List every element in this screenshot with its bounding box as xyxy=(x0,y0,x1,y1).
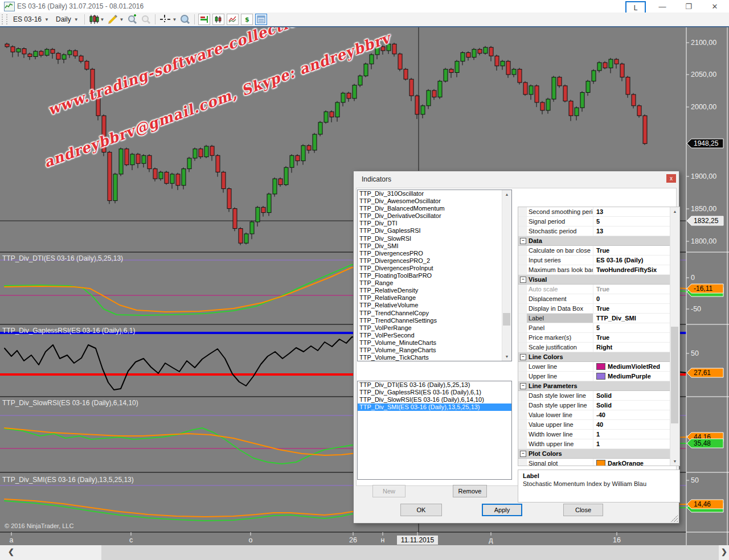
property-row[interactable]: Lower lineMediumVioletRed xyxy=(518,362,671,372)
indicator-list-item[interactable]: TTP_FloatingToolBarPRO xyxy=(358,272,511,279)
property-row[interactable]: Maximum bars look backTwoHundredFiftySix xyxy=(518,265,671,275)
data-box-button[interactable] xyxy=(178,14,192,25)
remove-button[interactable]: Remove xyxy=(453,485,487,497)
indicator-list-item[interactable]: TTP_Div_AwesomeOscillator xyxy=(358,197,511,205)
chart-trader-button[interactable] xyxy=(198,14,210,25)
collapse-icon[interactable]: − xyxy=(520,238,526,244)
scroll-down-icon[interactable]: ▼ xyxy=(502,352,511,361)
property-value[interactable]: Solid xyxy=(593,401,671,410)
property-value[interactable]: 5 xyxy=(593,217,671,226)
property-value[interactable]: 5 xyxy=(593,323,671,332)
indicator-list-item[interactable]: TTP_RelativeDensity xyxy=(358,287,511,294)
indicator-list-item[interactable]: TTP_DivergencesProInput xyxy=(358,265,511,272)
chart-style-button[interactable]: ▼ xyxy=(87,14,107,25)
scroll-up-icon[interactable]: ▲ xyxy=(670,207,679,216)
property-category-row[interactable]: −Line Parameters xyxy=(518,381,671,391)
indicator-list-item[interactable]: TTP_Volume_MinuteCharts xyxy=(358,339,511,347)
minimize-button[interactable]: — xyxy=(649,0,675,14)
property-value[interactable]: MediumPurple xyxy=(593,372,671,381)
restore-button[interactable]: ❐ xyxy=(675,0,702,14)
property-row[interactable]: Stochastic period13 xyxy=(518,227,671,236)
indicator-list-item[interactable]: TTP_Range xyxy=(358,279,511,287)
toolbar-grip[interactable] xyxy=(2,14,7,24)
indicator-list-item[interactable]: TTP_Div_GaplessRSI xyxy=(358,227,511,234)
indicator-list-item[interactable]: TTP_DivergencesPRO_2 xyxy=(358,257,511,265)
property-row[interactable]: Input seriesES 03-16 (Daily) xyxy=(518,256,671,265)
scroll-right-icon[interactable]: ❯ xyxy=(721,547,727,556)
zoom-in-button[interactable] xyxy=(125,14,139,25)
property-row[interactable]: Width upper line1 xyxy=(518,439,671,449)
property-row[interactable]: Displacement0 xyxy=(518,294,671,304)
configured-indicator-item[interactable]: TTP_Div_GaplessRSI(ES 03-16 (Daily),6,1) xyxy=(358,389,511,396)
indicator-list-item[interactable]: TTP_RelativeRange xyxy=(358,294,511,302)
property-category-row[interactable]: −Line Colors xyxy=(518,352,671,362)
property-value[interactable]: 0 xyxy=(593,294,671,303)
account-button[interactable]: $ xyxy=(241,14,253,25)
property-value[interactable]: True xyxy=(593,285,671,294)
property-row[interactable]: Panel5 xyxy=(518,323,671,333)
property-row[interactable]: Display in Data BoxTrue xyxy=(518,304,671,314)
configured-indicator-item[interactable]: TTP_Div_SMI(ES 03-16 (Daily),13,5,25,13) xyxy=(358,403,511,411)
scrollbar-thumb[interactable] xyxy=(101,545,719,560)
configured-indicator-item[interactable]: TTP_Div_SlowRSI(ES 03-16 (Daily),6,14,10… xyxy=(358,396,511,403)
collapse-icon[interactable]: − xyxy=(520,383,526,389)
indicator-list-item[interactable]: TTP_Div_DerivativeOscillator xyxy=(358,212,511,220)
indicator-list-item[interactable]: TTP_VolPerSecond xyxy=(358,332,511,339)
property-row[interactable]: Scale justificationRight xyxy=(518,343,671,352)
property-row[interactable]: LabelTTP_Div_SMI xyxy=(518,314,671,323)
property-value[interactable]: True xyxy=(593,333,671,342)
indicator-list-item[interactable]: TTP_Div_SlowRSI xyxy=(358,235,511,242)
indicator-list-item[interactable]: TTP_VolPerRange xyxy=(358,324,511,332)
property-row[interactable]: Second smoothing period13 xyxy=(518,207,671,217)
new-button[interactable]: New xyxy=(372,485,406,497)
property-value[interactable]: TTP_Div_SMI xyxy=(593,314,671,323)
scroll-left-icon[interactable]: ❮ xyxy=(8,547,14,556)
resize-grip[interactable] xyxy=(671,515,678,522)
property-value[interactable]: MediumVioletRed xyxy=(593,362,671,371)
property-row[interactable]: Dash style lower lineSolid xyxy=(518,391,671,401)
property-row[interactable]: Signal plotDarkOrange xyxy=(518,459,671,466)
property-row[interactable]: Auto scaleTrue xyxy=(518,285,671,294)
instrument-selector[interactable]: ES 03-16 ▼ xyxy=(10,14,52,24)
bars-style-button[interactable] xyxy=(212,14,224,25)
dialog-close-action-button[interactable]: Close xyxy=(563,504,603,516)
configured-indicator-item[interactable]: TTP_Div_DTI(ES 03-16 (Daily),5,25,13) xyxy=(358,381,511,389)
property-grid[interactable]: Second smoothing period13Signal period5S… xyxy=(518,207,680,466)
dialog-close-button[interactable]: x xyxy=(666,174,676,183)
indicator-list-item[interactable]: TTP_Volume_TickCharts xyxy=(358,354,511,361)
property-row[interactable]: Upper lineMediumPurple xyxy=(518,372,671,381)
property-row[interactable]: Dash style upper lineSolid xyxy=(518,401,671,410)
property-row[interactable]: Signal period5 xyxy=(518,217,671,227)
property-value[interactable]: 1 xyxy=(593,439,671,448)
indicators-button[interactable] xyxy=(255,14,267,25)
property-row[interactable]: Value lower line-40 xyxy=(518,410,671,420)
list-vertical-scrollbar[interactable]: ▲ ▼ xyxy=(502,190,511,361)
scrollbar-thumb[interactable] xyxy=(503,313,510,326)
indicator-list-item[interactable]: TTP_Div_BalancedMomentum xyxy=(358,205,511,212)
collapse-icon[interactable]: − xyxy=(520,277,526,283)
available-indicators-list[interactable]: TTP_Div_310OscillatorTTP_Div_AwesomeOsci… xyxy=(357,190,512,361)
property-row[interactable]: Calculate on bar closeTrue xyxy=(518,246,671,256)
property-value[interactable]: Solid xyxy=(593,391,671,400)
close-window-button[interactable]: ✕ xyxy=(702,0,728,14)
property-value[interactable]: True xyxy=(593,246,671,255)
indicator-list-item[interactable]: TTP_Volume_RangeCharts xyxy=(358,347,511,354)
property-row[interactable]: Price marker(s)True xyxy=(518,333,671,343)
configured-indicators-list[interactable]: TTP_Div_DTI(ES 03-16 (Daily),5,25,13)TTP… xyxy=(357,381,512,480)
collapse-icon[interactable]: − xyxy=(520,451,526,457)
property-value[interactable]: 40 xyxy=(593,420,671,429)
ok-button[interactable]: OK xyxy=(400,504,442,516)
indicator-list-item[interactable]: TTP_Div_DTI xyxy=(358,220,511,227)
property-category-row[interactable]: −Plot Colors xyxy=(518,449,671,459)
horizontal-scrollbar[interactable]: ❮ ❯ xyxy=(0,545,729,560)
indicator-list-item[interactable]: TTP_Div_SMI xyxy=(358,242,511,250)
market-analyzer-button[interactable] xyxy=(227,14,239,25)
property-value[interactable]: TwoHundredFiftySix xyxy=(593,265,671,274)
property-row[interactable]: Value upper line40 xyxy=(518,420,671,430)
scrollbar-thumb[interactable] xyxy=(671,327,678,423)
property-category-row[interactable]: −Data xyxy=(518,236,671,246)
cursor-mode-button[interactable]: ▼ xyxy=(158,14,178,25)
property-value[interactable]: -40 xyxy=(593,410,671,419)
scroll-down-icon[interactable]: ▼ xyxy=(670,457,679,466)
drawing-tools-button[interactable]: ▼ xyxy=(106,14,125,25)
